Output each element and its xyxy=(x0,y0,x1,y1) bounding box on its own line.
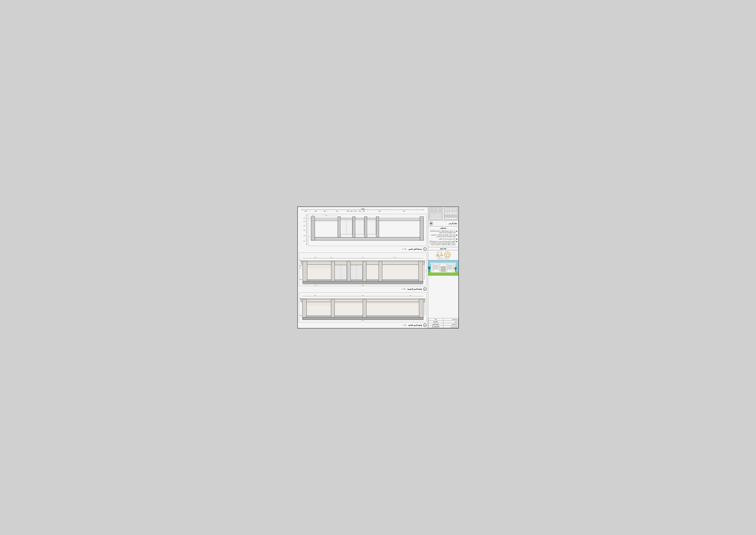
logo-contact: info@bariq.sa | www.bariq.sa xyxy=(437,258,449,259)
note-item-3: لا يؤخذ بمقياس الرسم على اللوحة xyxy=(429,238,457,240)
svg-rect-49 xyxy=(379,218,420,220)
elevation1-label: 2 واجهة السور الرئيسية 1 : 50 xyxy=(308,287,427,291)
logo-latin: BARIQ xyxy=(436,257,444,258)
svg-text:0.16: 0.16 xyxy=(303,218,305,219)
note-text-4: الأكواد تم أخذها من الشركات ويجب على الم… xyxy=(429,241,456,245)
svg-text:19.96: 19.96 xyxy=(361,208,364,210)
notes-title: ملاحظات xyxy=(429,227,457,230)
info-row-scale: As indicated مقياس الرسم: xyxy=(428,325,458,328)
logo-arabic: بارق xyxy=(436,253,444,257)
note-item-2: مقاس الأبواب والشبابيك بالمخططات بعد الت… xyxy=(429,234,457,238)
svg-text:3.50: 3.50 xyxy=(362,285,364,286)
svg-rect-111 xyxy=(331,299,335,317)
plan-title: مسقط أفقي للسور xyxy=(408,248,422,250)
svg-text:+3.50: +3.50 xyxy=(299,265,300,266)
svg-text:0.55: 0.55 xyxy=(324,211,326,212)
scale-value: As indicated xyxy=(428,325,443,328)
drawing-number-label: رقم اللوحة xyxy=(443,318,458,321)
svg-rect-145 xyxy=(445,210,457,211)
svg-text:+3.20: +3.20 xyxy=(299,268,300,268)
thumbnail-2 xyxy=(444,208,458,220)
svg-rect-156 xyxy=(430,263,456,264)
note-item-4: الأكواد تم أخذها من الشركات ويجب على الم… xyxy=(429,241,457,245)
svg-rect-71 xyxy=(331,261,335,281)
svg-rect-162 xyxy=(434,265,438,269)
building-type: فيلا سكنية xyxy=(428,247,458,250)
svg-text:±0.00: ±0.00 xyxy=(299,315,300,316)
elevation1-drawing: +4.75 +3.50 +3.20 xyxy=(299,253,427,286)
svg-text:4.02: 4.02 xyxy=(303,230,305,231)
svg-rect-158 xyxy=(439,264,441,271)
svg-text:5.15: 5.15 xyxy=(336,211,338,212)
svg-text:0.30: 0.30 xyxy=(314,295,316,296)
drawing-number: 18 xyxy=(428,318,443,321)
svg-rect-35 xyxy=(311,217,315,240)
section-num-1: 1 xyxy=(423,247,427,251)
info-row-date: 11-2023 تاريخ: xyxy=(428,321,458,323)
svg-text:±0.00: ±0.00 xyxy=(308,236,310,237)
date-value: 11-2023 xyxy=(428,321,443,323)
svg-text:1.40: 1.40 xyxy=(354,211,356,212)
svg-text:4.32: 4.32 xyxy=(303,235,305,236)
svg-rect-75 xyxy=(418,261,423,281)
info-table-wrapper: 18 رقم اللوحة 11-2023 تاريخ: تصميم السور… xyxy=(428,276,458,328)
svg-text:0.15: 0.15 xyxy=(314,285,316,286)
svg-text:3.35: 3.35 xyxy=(425,270,426,271)
svg-text:0.02: 0.02 xyxy=(350,211,352,212)
svg-text:0.02: 0.02 xyxy=(359,211,361,212)
drawing-name: تصميم السور xyxy=(428,323,443,325)
svg-text:0.55: 0.55 xyxy=(312,215,313,216)
svg-text:3.50: 3.50 xyxy=(362,320,364,321)
svg-text:0.30: 0.30 xyxy=(410,295,412,296)
svg-marker-102 xyxy=(300,260,301,261)
rendering-photo xyxy=(428,260,458,276)
svg-rect-139 xyxy=(430,209,433,213)
svg-rect-37 xyxy=(352,217,355,238)
elev2-scale: 1 : 50 xyxy=(403,324,406,326)
svg-rect-105 xyxy=(302,317,423,320)
svg-text:2.95: 2.95 xyxy=(325,215,327,216)
svg-rect-143 xyxy=(445,215,457,217)
svg-rect-157 xyxy=(432,264,434,271)
legend-section: مفتاح الرسم xyxy=(428,221,458,226)
plan-drawing: 0.55 2.95 +4.75 ±0.00 xyxy=(308,214,427,246)
svg-rect-161 xyxy=(441,267,446,272)
svg-text:2.00: 2.00 xyxy=(362,257,364,258)
svg-text:+4.75: +4.75 xyxy=(308,218,310,219)
svg-text:4.79: 4.79 xyxy=(403,211,405,212)
plan-section-label: 1 مسقط أفقي للسور 1 : 40 xyxy=(308,247,427,251)
scale-label: مقياس الرسم: xyxy=(443,325,458,328)
svg-rect-39 xyxy=(376,217,379,238)
elevation2-drawing: +3.50 ±0.00 0.30 2.95 0.30 3.50 2.95 0.4… xyxy=(299,293,427,322)
plan-scale: 1 : 40 xyxy=(403,248,406,250)
svg-text:0.55: 0.55 xyxy=(305,211,307,212)
note-text-1: يجب مراجعة جميع المخططات المعمارية والإن… xyxy=(429,230,456,234)
svg-text:+3.50: +3.50 xyxy=(299,297,300,298)
svg-text:±0.00: ±0.00 xyxy=(299,278,300,279)
svg-marker-104 xyxy=(300,279,301,280)
svg-rect-36 xyxy=(338,217,340,238)
note-dot-3 xyxy=(456,239,457,239)
svg-rect-110 xyxy=(302,299,307,317)
svg-marker-125 xyxy=(300,298,301,299)
svg-text:2.95: 2.95 xyxy=(362,295,364,296)
elev1-scale: 1 : 50 xyxy=(402,288,405,290)
svg-text:0.95: 0.95 xyxy=(314,257,316,258)
svg-rect-38 xyxy=(364,217,367,238)
svg-rect-59 xyxy=(303,281,423,284)
svg-text:0.30: 0.30 xyxy=(330,257,332,258)
note-dot-2 xyxy=(456,235,457,236)
svg-rect-33 xyxy=(311,238,423,240)
note-dot-1 xyxy=(456,231,457,232)
svg-text:0.45: 0.45 xyxy=(426,298,426,299)
note-text-3: لا يؤخذ بمقياس الرسم على اللوحة xyxy=(439,238,455,240)
logo-area: للمشاريع بارق BARIQ info@bariq.sa | www.… xyxy=(428,250,458,260)
notes-section: ملاحظات يجب مراجعة جميع المخططات المعمار… xyxy=(428,226,458,247)
svg-text:0.30: 0.30 xyxy=(425,260,426,261)
svg-rect-137 xyxy=(430,214,442,218)
svg-rect-42 xyxy=(355,220,364,235)
logo-tagline: للمشاريع xyxy=(436,251,444,253)
left-dims-strip: 0.16 0.19 4.02 4.02 4.32 5.72 xyxy=(299,214,307,246)
elev1-title: واجهة السور الرئيسية xyxy=(407,288,422,290)
svg-text:4.02: 4.02 xyxy=(303,225,305,226)
